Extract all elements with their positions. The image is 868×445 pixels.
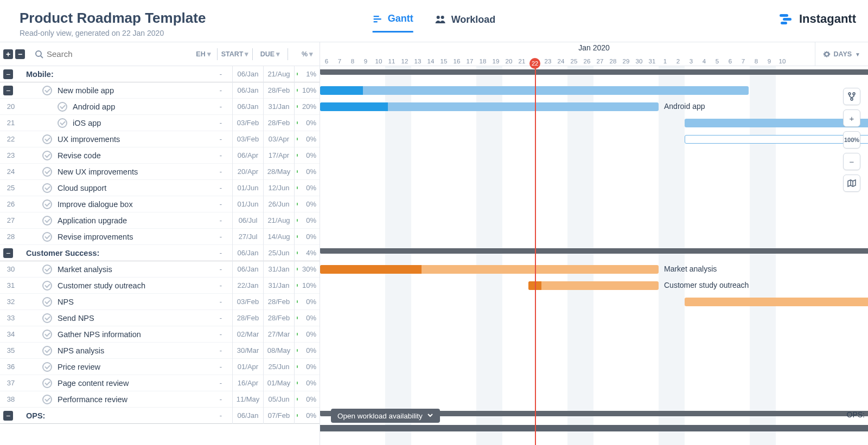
task-name-text: UX improvements [58,135,120,144]
top-header: Product Roadmap Template Read-only view,… [0,0,868,42]
status-check-icon[interactable] [42,232,52,242]
cell-du: 31/Jan [264,102,294,111]
status-check-icon[interactable] [42,216,52,225]
task-row[interactable]: 34Gather NPS information-02/Mar27/Mar0% [0,326,320,343]
group-row[interactable]: −Mobile:-06/Jan21/Aug1% [0,66,320,82]
timeline-day: 5 [711,58,724,65]
cell-eh: - [209,298,232,306]
col-header-pct[interactable]: %▾ [290,50,315,58]
status-check-icon[interactable] [42,297,52,307]
timeline-days: 6789101112131415161718192021222324252627… [320,58,789,65]
tab-gantt[interactable]: Gantt [373,13,413,33]
collapse-toggle[interactable]: − [3,86,13,95]
task-row[interactable]: 35NPS analysis-30/Mar08/May0% [0,343,320,359]
task-bar[interactable] [320,265,659,274]
cell-du: 03/Apr [264,135,294,143]
collapse-all-button[interactable]: − [15,49,25,59]
status-check-icon[interactable] [42,183,52,193]
collapse-toggle[interactable]: − [3,248,13,258]
brand[interactable]: Instagantt [780,12,856,26]
zoom-in-button[interactable]: + [843,109,860,127]
task-name-text: iOS app [73,119,101,127]
open-workload-button[interactable]: Open workload availability [331,409,440,423]
group-row[interactable]: −Customer Success:-06/Jan25/Jun4% [0,245,320,261]
cell-du: 25/Jun [264,363,294,371]
status-check-icon[interactable] [42,346,52,356]
task-row[interactable]: 21iOS app-03/Feb28/Feb0% [0,115,320,131]
task-row[interactable]: 24New UX improvements-20/Apr28/May0% [0,164,320,180]
task-row[interactable]: 26Improve dialogue box-01/Jun26/Jun0% [0,196,320,212]
task-bar[interactable] [685,298,868,306]
row-index: 20 [0,102,22,111]
task-name-text: Cloud support [58,184,106,192]
task-name-text: Revise improvements [58,233,133,241]
task-row[interactable]: 25Cloud support-01/Jun12/Jun0% [0,180,320,196]
tab-workload[interactable]: Workload [435,13,496,33]
status-check-icon[interactable] [42,199,52,209]
task-row[interactable]: 37Page content review-16/Apr01/May0% [0,375,320,391]
summary-bar[interactable] [320,69,868,75]
task-row[interactable]: 30Market analysis-06/Jan31/Jan30% [0,261,320,278]
status-check-icon[interactable] [42,395,52,404]
status-check-icon[interactable] [42,313,52,323]
search-icon [35,50,43,59]
status-check-icon[interactable] [42,362,52,372]
task-row[interactable]: 38Performance review-11/May05/Jun0% [0,391,320,408]
task-row[interactable]: 32NPS-03/Feb28/Feb0% [0,294,320,310]
cell-du: 21/Aug [264,70,294,78]
expand-all-button[interactable]: + [3,49,13,59]
status-check-icon[interactable] [42,86,52,95]
task-row[interactable]: 31Customer study outreach-22/Jan31/Jan10… [0,278,320,294]
cell-pct: 0% [295,314,320,322]
zoom-fit-button[interactable]: 100% [843,131,860,149]
row-index: 24 [0,167,22,176]
status-check-icon[interactable] [58,118,67,128]
zoom-out-button[interactable]: − [843,153,860,170]
gantt-icon [373,14,382,24]
cell-st: 22/Jan [233,281,263,289]
task-bar[interactable] [685,119,868,127]
task-bar[interactable] [685,135,868,144]
status-check-icon[interactable] [42,134,52,144]
body: −Mobile:-06/Jan21/Aug1%−New mobile app-0… [0,66,868,445]
task-row[interactable]: 36Price review-01/Apr25/Jun0% [0,359,320,375]
status-check-icon[interactable] [42,265,52,274]
task-row[interactable]: 33Send NPS-28/Feb28/Feb0% [0,310,320,326]
view-granularity-picker[interactable]: DAYS ▼ [815,42,869,66]
task-row[interactable]: 28Revise improvements-27/Jul14/Aug0% [0,229,320,245]
gantt-area[interactable]: Android appMarket analysisCustomer study… [320,66,868,445]
task-bar[interactable] [320,86,749,95]
task-row[interactable]: 22UX improvements-03/Feb03/Apr0% [0,131,320,147]
open-workload-label: Open workload availability [337,412,423,420]
row-index: 36 [0,363,22,371]
col-header-due[interactable]: DUE▾ [255,50,285,58]
search-input[interactable] [43,47,152,61]
task-row[interactable]: 27Application upgrade-06/Jul21/Aug0% [0,212,320,229]
col-header-eh[interactable]: EH▾ [192,50,215,58]
timeline-month: Jan 2020 [320,43,868,52]
status-check-icon[interactable] [42,167,52,177]
minimap-button[interactable] [843,175,860,192]
cell-eh: - [209,265,232,273]
task-row[interactable]: −New mobile app-06/Jan28/Feb10% [0,82,320,99]
task-bar[interactable] [320,102,659,111]
collapse-toggle[interactable]: − [3,411,13,421]
status-check-icon[interactable] [58,102,67,112]
svg-rect-6 [783,18,792,21]
status-check-icon[interactable] [42,281,52,291]
status-check-icon[interactable] [42,151,52,160]
task-row[interactable]: 20Android app-06/Jan31/Jan20% [0,99,320,115]
task-row[interactable]: 23Revise code-06/Apr17/Apr0% [0,147,320,164]
status-check-icon[interactable] [42,378,52,388]
cell-eh: - [209,119,232,127]
group-row[interactable]: −OPS:-06/Jan07/Feb0% [0,408,320,424]
collapse-toggle[interactable]: − [3,69,13,79]
col-header-start[interactable]: START▾ [220,50,250,58]
summary-bar[interactable] [320,248,868,254]
cell-pct: 0% [295,363,320,371]
svg-rect-2 [374,21,378,22]
task-bar[interactable] [528,281,659,290]
status-check-icon[interactable] [42,330,52,339]
branch-button[interactable] [843,88,860,105]
timeline-day: 31 [646,58,659,65]
